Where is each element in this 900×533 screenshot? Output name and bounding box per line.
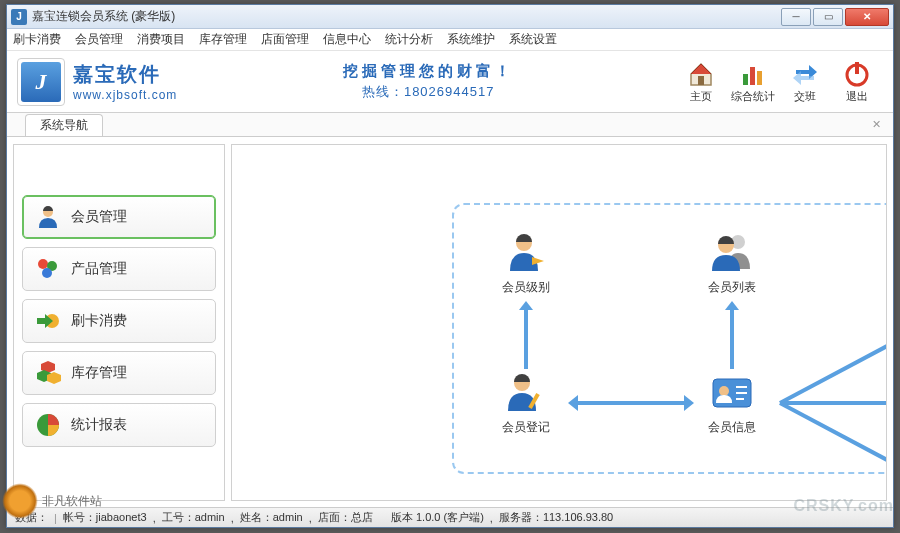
- titlebar: J 嘉宝连锁会员系统 (豪华版) ─ ▭ ✕: [7, 5, 893, 29]
- tab-close-icon[interactable]: ✕: [869, 117, 883, 131]
- bar-chart-icon: [738, 59, 768, 89]
- app-window: J 嘉宝连锁会员系统 (豪华版) ─ ▭ ✕ 刷卡消费 会员管理 消费项目 库存…: [6, 4, 894, 528]
- arrow-up-icon: [524, 309, 528, 369]
- menubar: 刷卡消费 会员管理 消费项目 库存管理 店面管理 信息中心 统计分析 系统维护 …: [7, 29, 893, 51]
- home-icon: [686, 59, 716, 89]
- svg-point-9: [42, 268, 52, 278]
- arrowhead-right-icon: [684, 395, 694, 411]
- ribbon-center: 挖掘管理您的财富！ 热线：18026944517: [177, 62, 679, 101]
- shapes-icon: [35, 256, 61, 282]
- brand-logo: J: [17, 58, 65, 106]
- home-button[interactable]: 主页: [679, 59, 723, 104]
- menu-item[interactable]: 系统维护: [447, 31, 495, 48]
- id-card-icon: [710, 371, 754, 415]
- ribbon: J 嘉宝软件 www.xjbsoft.com 挖掘管理您的财富！ 热线：1802…: [7, 51, 893, 113]
- minimize-button[interactable]: ─: [781, 8, 811, 26]
- person-badge-icon: [504, 231, 548, 275]
- workspace: 会员管理 产品管理 刷卡消费 库存管理: [7, 138, 893, 507]
- arrow-h-icon: [574, 401, 686, 405]
- people-icon: [710, 231, 754, 275]
- shift-button[interactable]: 交班: [783, 59, 827, 104]
- app-icon: J: [11, 9, 27, 25]
- node-member-info[interactable]: 会员信息: [692, 371, 772, 436]
- ribbon-actions: 主页 综合统计 交班 退出: [679, 59, 879, 104]
- menu-item[interactable]: 消费项目: [137, 31, 185, 48]
- tabstrip: 系统导航 ✕: [7, 113, 893, 137]
- swap-icon: [790, 59, 820, 89]
- nav-member[interactable]: 会员管理: [22, 195, 216, 239]
- main-panel: 会员级别 会员列表 会员登记 会员信息: [231, 144, 887, 501]
- svg-rect-5: [855, 62, 859, 74]
- card-arrow-icon: [35, 308, 61, 334]
- nav-stock[interactable]: 库存管理: [22, 351, 216, 395]
- pie-chart-icon: [35, 412, 61, 438]
- brand-url: www.xjbsoft.com: [73, 88, 177, 102]
- statusbar: 数据： | 帐号：jiabaonet3, 工号：admin, 姓名：admin,…: [7, 507, 893, 527]
- menu-item[interactable]: 店面管理: [261, 31, 309, 48]
- svg-rect-2: [750, 67, 755, 85]
- tab-nav[interactable]: 系统导航: [25, 114, 103, 136]
- person-pen-icon: [504, 371, 548, 415]
- maximize-button[interactable]: ▭: [813, 8, 843, 26]
- menu-item[interactable]: 库存管理: [199, 31, 247, 48]
- window-title: 嘉宝连锁会员系统 (豪华版): [32, 8, 175, 25]
- slogan: 挖掘管理您的财富！: [177, 62, 679, 81]
- svg-point-19: [719, 386, 729, 396]
- exit-button[interactable]: 退出: [835, 59, 879, 104]
- nav-report[interactable]: 统计报表: [22, 403, 216, 447]
- arrow-up-icon: [730, 309, 734, 369]
- brand-text: 嘉宝软件 www.xjbsoft.com: [73, 61, 177, 102]
- menu-item[interactable]: 信息中心: [323, 31, 371, 48]
- power-icon: [842, 59, 872, 89]
- person-icon: [35, 204, 61, 230]
- hotline: 热线：18026944517: [177, 83, 679, 101]
- nav-product[interactable]: 产品管理: [22, 247, 216, 291]
- status-data: 数据：: [15, 510, 48, 525]
- arrowhead-left-icon: [568, 395, 578, 411]
- menu-item[interactable]: 刷卡消费: [13, 31, 61, 48]
- menu-item[interactable]: 系统设置: [509, 31, 557, 48]
- node-member-list[interactable]: 会员列表: [692, 231, 772, 296]
- svg-rect-1: [743, 74, 748, 85]
- brand-logo-letter: J: [21, 62, 61, 102]
- edge-icon: [780, 401, 887, 405]
- menu-item[interactable]: 统计分析: [385, 31, 433, 48]
- svg-rect-3: [757, 71, 762, 85]
- brand-name: 嘉宝软件: [73, 61, 177, 88]
- stats-button[interactable]: 综合统计: [731, 59, 775, 104]
- boxes-icon: [35, 360, 61, 386]
- close-button[interactable]: ✕: [845, 8, 889, 26]
- node-member-register[interactable]: 会员登记: [486, 371, 566, 436]
- nav-panel: 会员管理 产品管理 刷卡消费 库存管理: [13, 144, 225, 501]
- svg-rect-0: [698, 76, 704, 85]
- node-member-level[interactable]: 会员级别: [486, 231, 566, 296]
- menu-item[interactable]: 会员管理: [75, 31, 123, 48]
- nav-card[interactable]: 刷卡消费: [22, 299, 216, 343]
- svg-point-7: [38, 259, 48, 269]
